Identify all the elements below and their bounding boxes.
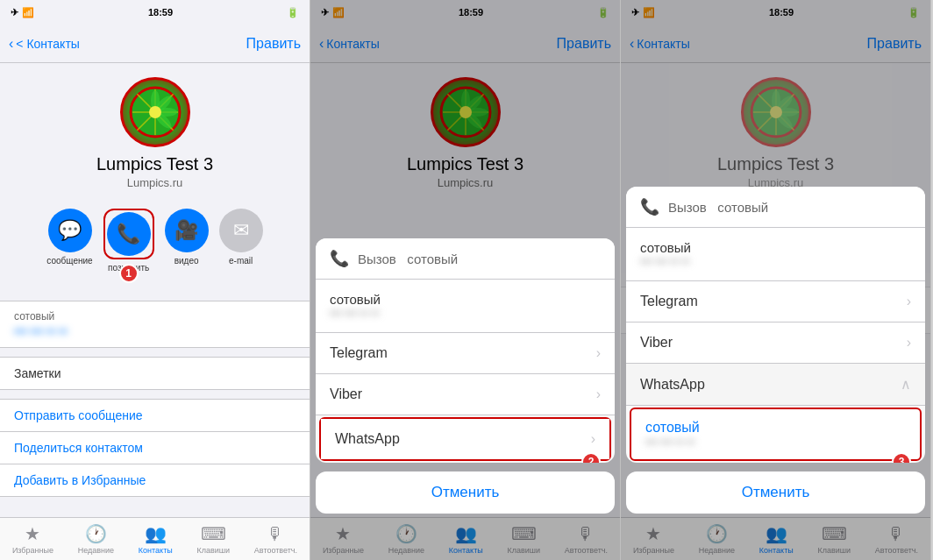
back-label-1: < Контакты — [16, 37, 80, 51]
back-button-1[interactable]: ‹ < Контакты — [9, 36, 80, 52]
action-sheet-overlay-3: 📞 Вызов сотовый сотовый ••• ••• •• •• Te… — [621, 0, 930, 560]
sheet-telegram-2[interactable]: Telegram › — [316, 333, 615, 374]
chevron-right-telegram-3: › — [907, 294, 911, 309]
tab-contacts-label: Контакты — [139, 546, 173, 555]
email-icon: ✉ — [219, 209, 263, 252]
contacts-icon: 👥 — [145, 523, 167, 544]
whatsapp-cellular-value: ••• ••• •• •• — [645, 436, 906, 449]
notes-section-1: Заметки — [0, 357, 310, 390]
avatar-1 — [120, 77, 190, 147]
contact-area-1: Lumpics Test 3 Lumpics.ru — [0, 63, 310, 198]
whatsapp-label-3: WhatsApp — [640, 377, 705, 393]
share-contact-link[interactable]: Поделиться контактом — [0, 432, 310, 464]
screen-2: ✈ 📶 18:59 🔋 ‹ Контакты Править — [310, 0, 621, 560]
edit-button-1[interactable]: Править — [246, 36, 301, 52]
sheet-viber-2[interactable]: Viber › — [316, 374, 615, 415]
airplane-icon: ✈ — [11, 7, 18, 18]
svg-point-10 — [149, 106, 161, 118]
action-sheet-3: 📞 Вызов сотовый сотовый ••• ••• •• •• Te… — [626, 187, 925, 463]
send-message-link[interactable]: Отправить сообщение — [0, 400, 310, 432]
sheet-viber-3[interactable]: Viber › — [626, 323, 925, 364]
cancel-btn-3[interactable]: Отменить — [626, 471, 925, 514]
chevron-right-icon-telegram: › — [596, 345, 601, 361]
action-row-1: 💬 сообщение 📞 позвонить 1 🎥 видео ✉ e-ma… — [0, 198, 310, 280]
chevron-right-icon-whatsapp: › — [591, 431, 595, 447]
telegram-label-3: Telegram — [640, 294, 698, 309]
info-section-1: сотовый ••• ••• •• •• Заметки Отправить … — [0, 295, 310, 497]
phone-value-1: ••• ••• •• •• — [14, 324, 296, 338]
whatsapp-cellular-label: сотовый — [645, 420, 906, 436]
message-btn-1[interactable]: 💬 сообщение — [46, 209, 92, 273]
video-label: видео — [174, 256, 199, 266]
email-label: e-mail — [229, 256, 253, 266]
battery-icon: 🔋 — [287, 7, 299, 18]
nav-bar-1: ‹ < Контакты Править — [0, 25, 310, 63]
sheet-header-2: 📞 Вызов сотовый — [316, 238, 615, 280]
citrus-icon — [129, 86, 182, 138]
tab-bar-1: ★ Избранные 🕐 Недавние 👥 Контакты ⌨ Клав… — [0, 517, 310, 560]
tab-recent-1[interactable]: 🕐 Недавние — [78, 523, 114, 555]
sheet-whatsapp-cellular-3[interactable]: сотовый ••• ••• •• •• — [631, 409, 920, 459]
chevron-right-viber-3: › — [907, 335, 911, 351]
notes-label-1: Заметки — [14, 366, 296, 380]
contact-sub-1: Lumpics.ru — [127, 176, 183, 189]
cellular-value-2: ••• ••• •• •• — [330, 307, 381, 320]
voicemail-icon: 🎙 — [267, 524, 284, 544]
cellular-value-3: ••• ••• •• •• — [640, 255, 691, 268]
tab-contacts-1[interactable]: 👥 Контакты — [139, 523, 173, 555]
status-left-icons: ✈ 📶 — [11, 7, 34, 18]
chevron-right-icon-viber: › — [596, 386, 601, 402]
action-sheet-2: 📞 Вызов сотовый сотовый ••• ••• •• •• Te… — [316, 238, 615, 463]
sheet-cellular-3[interactable]: сотовый ••• ••• •• •• — [626, 228, 925, 281]
email-btn-1[interactable]: ✉ e-mail — [219, 209, 263, 273]
tab-keyboard-1[interactable]: ⌨ Клавиши — [196, 523, 230, 555]
phone-row-1: сотовый ••• ••• •• •• — [0, 301, 310, 347]
tab-voicemail-1[interactable]: 🎙 Автоответч. — [254, 524, 297, 555]
sheet-header-label: Вызов сотовый — [358, 252, 458, 266]
sheet-whatsapp-header-3[interactable]: WhatsApp ∧ — [626, 364, 925, 406]
clock-icon: 🕐 — [85, 523, 107, 544]
phone-header-icon: 📞 — [330, 249, 349, 268]
whatsapp-label-2: WhatsApp — [335, 431, 400, 447]
notes-row-1: Заметки — [0, 358, 310, 389]
viber-label-3: Viber — [640, 335, 673, 351]
sheet-whatsapp-wrapper-2: WhatsApp › 2 — [319, 417, 611, 461]
sheet-telegram-3[interactable]: Telegram › — [626, 281, 925, 323]
cellular-label-2: сотовый — [330, 292, 381, 307]
tab-favorites-label: Избранные — [12, 546, 53, 555]
call-btn-1[interactable]: 📞 позвонить 1 — [103, 209, 154, 273]
call-icon: 📞 — [107, 212, 151, 256]
add-favorites-link[interactable]: Добавить в Избранные — [0, 464, 310, 496]
screen-1: ✈ 📶 18:59 🔋 ‹ < Контакты Править — [0, 0, 310, 560]
tab-voicemail-label: Автоответч. — [254, 546, 297, 555]
star-icon: ★ — [25, 523, 40, 544]
status-time: 18:59 — [148, 7, 173, 18]
cancel-btn-2[interactable]: Отменить — [316, 471, 615, 514]
message-label: сообщение — [46, 256, 92, 266]
video-btn-1[interactable]: 🎥 видео — [165, 209, 209, 273]
cellular-label-3: сотовый — [640, 240, 691, 255]
screen-3: ✈ 📶 18:59 🔋 ‹ Контакты Править — [621, 0, 931, 560]
chevron-up-icon-whatsapp: ∧ — [901, 376, 911, 393]
message-icon: 💬 — [48, 209, 92, 252]
viber-label: Viber — [330, 386, 362, 402]
tab-keyboard-label: Клавиши — [196, 546, 230, 555]
chevron-left-icon: ‹ — [9, 36, 13, 52]
sheet-whatsapp-2[interactable]: WhatsApp › — [321, 419, 609, 459]
status-bar-1: ✈ 📶 18:59 🔋 — [0, 0, 310, 25]
keyboard-icon: ⌨ — [201, 523, 226, 544]
tab-favorites-1[interactable]: ★ Избранные — [12, 523, 53, 555]
phone-label-1: сотовый — [14, 310, 296, 323]
links-section-1: Отправить сообщение Поделиться контактом… — [0, 399, 310, 497]
sheet-header-label-3: Вызов сотовый — [668, 200, 768, 215]
tab-recent-label: Недавние — [78, 546, 114, 555]
sheet-cellular-2[interactable]: сотовый ••• ••• •• •• — [316, 280, 615, 333]
phone-section-1: сотовый ••• ••• •• •• — [0, 301, 310, 348]
phone-header-icon-3: 📞 — [640, 197, 659, 216]
sheet-header-3: 📞 Вызов сотовый — [626, 187, 925, 228]
action-sheet-overlay-2: 📞 Вызов сотовый сотовый ••• ••• •• •• Te… — [310, 0, 620, 560]
step-1-badge: 1 — [119, 264, 139, 283]
wifi-icon: 📶 — [22, 7, 34, 18]
contact-name-1: Lumpics Test 3 — [96, 154, 213, 174]
whatsapp-sub-wrapper-3: сотовый ••• ••• •• •• 3 — [630, 408, 922, 461]
